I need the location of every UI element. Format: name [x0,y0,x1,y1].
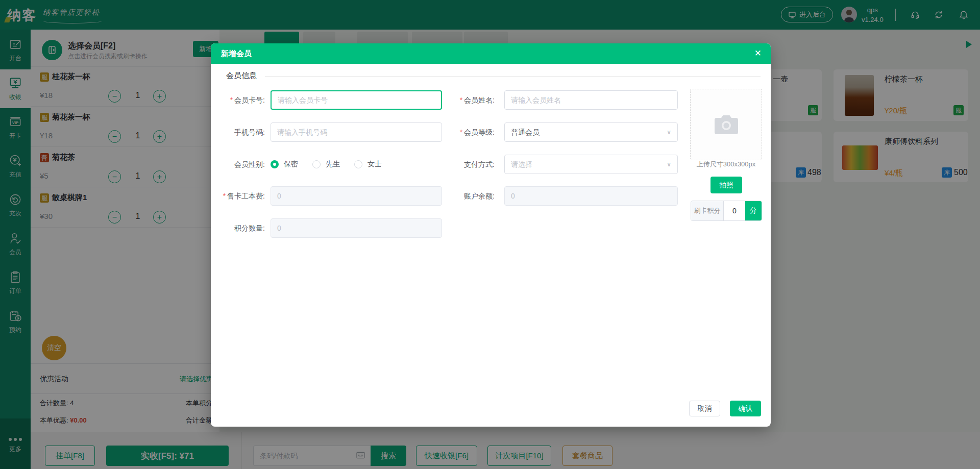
modal-header: 新增会员 ✕ [211,43,771,64]
close-icon[interactable]: ✕ [754,48,762,59]
member-name-input[interactable] [504,90,678,110]
field-label-balance: 账户余额: [444,186,495,206]
swipe-points-unit-button[interactable]: 分 [745,201,762,220]
pos-app: 纳客 纳客管店更轻松 进入后台 qps v1.24.0 [0,0,980,469]
swipe-points-label: 刷卡积分 [691,201,724,220]
photo-upload-box[interactable] [690,89,762,160]
cancel-button[interactable]: 取消 [689,401,720,416]
payment-placeholder: 请选择 [511,160,532,168]
radio-ms[interactable] [354,160,362,168]
radio-secret[interactable] [271,160,279,168]
modal-title: 新增会员 [221,49,252,59]
photo-size-hint: 上传尺寸300x300px [690,160,762,169]
field-label-points: 积分数量: [214,218,265,238]
field-label-payment: 支付方式: [444,155,495,174]
chevron-down-icon: ∨ [667,155,671,174]
swipe-points-value[interactable]: 0 [724,201,745,220]
radio-label-mr[interactable]: 先生 [326,160,340,169]
member-card-no-input[interactable] [271,90,442,110]
field-label-card-fee: *售卡工本费: [214,186,265,206]
radio-mr[interactable] [312,160,321,168]
field-label-member-name: *会员姓名: [444,90,495,110]
member-level-select[interactable]: 普通会员 ∨ [504,122,678,142]
chevron-down-icon: ∨ [667,123,671,141]
payment-method-select[interactable]: 请选择 ∨ [504,155,678,174]
section-title: 会员信息 [226,71,257,81]
member-level-value: 普通会员 [511,128,540,136]
confirm-button[interactable]: 确认 [730,401,761,416]
add-member-modal: 新增会员 ✕ 会员信息 *会员卡号: *会员姓名: 手机号码: *会员等级: 普… [211,43,771,427]
field-label-member-level: *会员等级: [444,122,495,142]
camera-icon [714,114,739,135]
radio-label-secret[interactable]: 保密 [284,160,298,169]
swipe-points-group: 刷卡积分 0 分 [691,201,762,221]
card-fee-input[interactable] [271,186,442,206]
field-label-phone: 手机号码: [214,122,265,142]
gender-radio-group: 保密 先生 女士 [271,155,391,174]
take-photo-button[interactable]: 拍照 [710,177,742,193]
field-label-card-no: *会员卡号: [214,90,265,110]
balance-input[interactable] [504,186,678,206]
phone-input[interactable] [271,122,442,142]
points-input[interactable] [271,218,442,238]
field-label-gender: 会员性别: [214,155,265,174]
radio-label-ms[interactable]: 女士 [368,160,382,169]
section-divider [265,76,761,77]
